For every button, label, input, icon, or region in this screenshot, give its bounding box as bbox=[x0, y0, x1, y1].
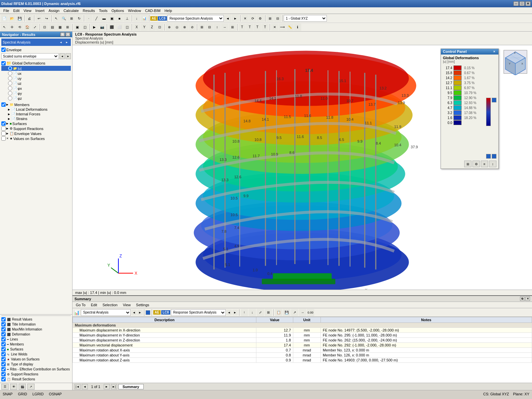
tb-save[interactable]: 💾 bbox=[16, 15, 23, 22]
menu-results[interactable]: Results bbox=[81, 8, 97, 13]
tb2-arrow[interactable]: ⟶ bbox=[279, 24, 286, 31]
bottom-type-display[interactable]: ⊞ Type of display bbox=[1, 362, 71, 367]
menu-options[interactable]: Options bbox=[109, 8, 126, 13]
sum-analysis-combo[interactable]: Spectral Analysis bbox=[81, 309, 131, 316]
tb-solids[interactable]: ■ bbox=[116, 15, 123, 22]
sum-menu-settings[interactable]: Settings bbox=[135, 303, 151, 307]
nav-footer-eye[interactable]: 👁 bbox=[10, 384, 17, 390]
sum-menu-goto[interactable]: Go To bbox=[74, 303, 87, 307]
tb-loads[interactable]: ↓ bbox=[133, 15, 140, 22]
deform-phix-radio[interactable] bbox=[8, 86, 12, 90]
strains-item[interactable]: ▶ 📄 Strains bbox=[1, 116, 71, 121]
sum-analysis-type-combo[interactable]: Response Spectrum Analysis bbox=[171, 309, 226, 316]
tb2-view1[interactable]: ⊡ bbox=[41, 24, 48, 31]
global-def-checkbox[interactable] bbox=[1, 61, 6, 66]
summary-close-btn[interactable]: ✕ bbox=[525, 297, 530, 301]
sum-tb-2[interactable]: ↓ bbox=[249, 309, 256, 316]
sum-footer-last[interactable]: ►| bbox=[111, 384, 117, 389]
envelope-checkbox[interactable] bbox=[1, 48, 6, 52]
tb-redo[interactable]: ↪ bbox=[43, 15, 50, 22]
local-def-item[interactable]: ▶ 📄 Local Deformations bbox=[1, 107, 71, 112]
tb2-snap2[interactable]: ◎ bbox=[173, 24, 181, 31]
menu-tools[interactable]: Tools bbox=[97, 8, 109, 13]
deform-phiy-radio[interactable] bbox=[8, 91, 12, 95]
menu-window[interactable]: Window bbox=[126, 8, 143, 13]
nav-footer-arrow[interactable]: ↗ bbox=[27, 384, 35, 390]
support-reactions-item[interactable]: ▶ ⚙ Support Reactions bbox=[1, 126, 71, 131]
values-surfaces-check[interactable] bbox=[1, 357, 6, 361]
envelope-values-item[interactable]: ▶ 📋 Envelope Values bbox=[1, 131, 71, 136]
deform-ux-item[interactable]: 📄 ux bbox=[1, 71, 71, 76]
tb2-axis1[interactable]: X bbox=[133, 24, 140, 31]
sum-footer-first[interactable]: |◄ bbox=[74, 384, 80, 389]
orientation-cube[interactable]: Y X Z bbox=[502, 49, 529, 75]
menu-insert[interactable]: Insert bbox=[33, 8, 47, 13]
members-checkbox[interactable] bbox=[1, 102, 6, 107]
tb2-view4[interactable]: ⊞ bbox=[64, 24, 71, 31]
deform-uz-item[interactable]: 📄 uz bbox=[1, 81, 71, 86]
surfaces-checkbox[interactable] bbox=[1, 121, 6, 126]
envelope-type-combo[interactable]: Scaled sums envelope bbox=[1, 53, 59, 59]
sum-lc-tag[interactable]: LC8 bbox=[161, 310, 170, 315]
deform-phiz-item[interactable]: 📄 φz bbox=[1, 96, 71, 101]
tb-rotate[interactable]: ↻ bbox=[75, 15, 83, 22]
bottom-support-reactions[interactable]: ⚙ Support Reactions bbox=[1, 372, 71, 377]
sum-prev-btn[interactable]: ◄ bbox=[131, 310, 137, 316]
tb2-cam[interactable]: 📷 bbox=[98, 24, 106, 31]
line-welds-check[interactable] bbox=[1, 352, 6, 356]
bottom-ribs[interactable]: ━ Ribs - Effective Contribution on Surfa… bbox=[1, 367, 71, 372]
tb-zoom[interactable]: 🔍 bbox=[60, 15, 67, 22]
tb2-disp3[interactable]: ◫ bbox=[123, 24, 131, 31]
tb-open[interactable]: 📂 bbox=[8, 15, 16, 22]
envelope-prev[interactable]: ◄ bbox=[60, 53, 65, 59]
tb2-iso[interactable]: ⊡ bbox=[156, 24, 163, 31]
tb2-snap1[interactable]: ⊕ bbox=[166, 24, 173, 31]
close-button[interactable]: ✕ bbox=[525, 1, 531, 6]
tb2-disp1[interactable]: ⬛ bbox=[108, 24, 115, 31]
table-row-2[interactable]: Maximum displacement in Z-direction 1.8 … bbox=[73, 338, 532, 343]
sum-tb-7[interactable]: ↗ bbox=[291, 309, 298, 316]
deform-u-radio[interactable] bbox=[8, 66, 12, 70]
sum-tb-4[interactable]: ⊞ bbox=[265, 309, 272, 316]
sum-tb-5[interactable]: 📋 bbox=[275, 309, 282, 316]
result-values-check[interactable] bbox=[1, 317, 6, 322]
global-def-item[interactable]: 📁 Global Deformations bbox=[1, 61, 71, 66]
coord-combo[interactable]: 1 - Global XYZ bbox=[284, 15, 327, 22]
deform-uy-radio[interactable] bbox=[8, 76, 12, 80]
tb2-view2[interactable]: ▤ bbox=[49, 24, 56, 31]
tb2-axis2[interactable]: Y bbox=[141, 24, 148, 31]
sum-tb-6[interactable]: 💾 bbox=[283, 309, 290, 316]
cp-close-btn[interactable]: ✕ bbox=[492, 50, 496, 54]
tb-new[interactable]: 📄 bbox=[1, 15, 8, 22]
table-row-5[interactable]: Maximum rotation about Y-axis 0.8 mrad M… bbox=[73, 353, 532, 358]
sum-footer-tab[interactable]: Summary bbox=[118, 384, 144, 389]
ae-tag[interactable]: AE bbox=[150, 16, 158, 21]
lines-check[interactable] bbox=[1, 337, 6, 341]
tb-undo[interactable]: ↩ bbox=[35, 15, 43, 22]
values-on-surfaces-checkbox[interactable] bbox=[1, 136, 6, 141]
tb2-axis3[interactable]: Z bbox=[148, 24, 156, 31]
tb2-anim[interactable]: ▶ bbox=[91, 24, 98, 31]
tb-results[interactable]: 📊 bbox=[141, 15, 148, 22]
nav-close-btn[interactable]: ✕ bbox=[66, 32, 70, 37]
bottom-result-values[interactable]: ⬛ Result Values bbox=[1, 317, 71, 322]
sum-analysis-next[interactable]: ► bbox=[232, 310, 238, 316]
deform-ux-radio[interactable] bbox=[8, 71, 12, 75]
nav-header-controls[interactable]: ⧉ ✕ bbox=[60, 32, 70, 37]
result-sections-check[interactable] bbox=[1, 377, 6, 381]
deform-phiy-item[interactable]: 📄 φy bbox=[1, 91, 71, 96]
deform-phiz-radio[interactable] bbox=[8, 96, 12, 100]
tb2-1[interactable]: ↖ bbox=[1, 24, 8, 31]
members-bottom-check[interactable] bbox=[1, 342, 6, 346]
sum-analysis-prev[interactable]: ◄ bbox=[226, 310, 232, 316]
tb-members[interactable]: ▬ bbox=[100, 15, 108, 22]
menu-help[interactable]: Help bbox=[163, 8, 174, 13]
tb2-f2[interactable]: ⊟ bbox=[206, 24, 213, 31]
tb-grid2[interactable]: ⊟ bbox=[274, 15, 281, 22]
sum-footer-next[interactable]: ► bbox=[104, 384, 110, 389]
type-display-check[interactable] bbox=[1, 362, 6, 366]
menu-file[interactable]: File bbox=[1, 8, 11, 13]
status-grid[interactable]: GRID bbox=[18, 392, 27, 396]
bottom-result-sections[interactable]: 📋 Result Sections bbox=[1, 377, 71, 382]
tb2-t4[interactable]: T bbox=[261, 24, 269, 31]
